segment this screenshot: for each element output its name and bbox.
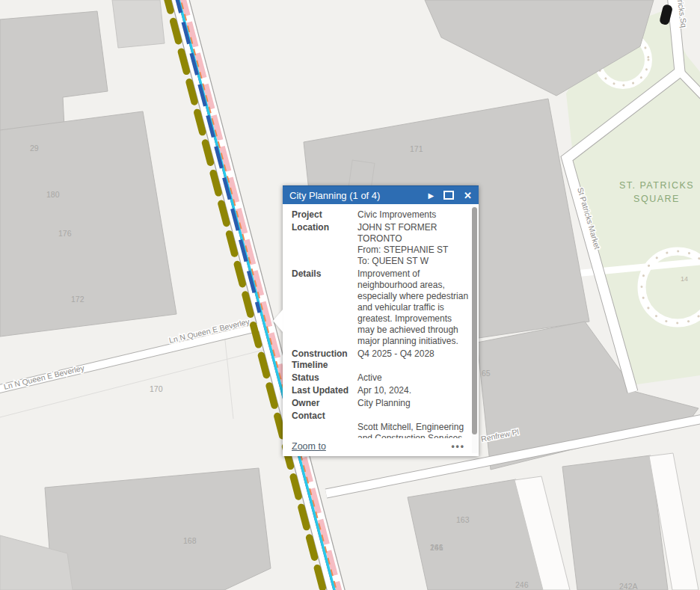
field-row-construction-timeline: Construction Timeline Q4 2025 - Q4 2028 bbox=[292, 348, 470, 371]
field-label: Status bbox=[292, 372, 357, 384]
field-row-location: Location JOHN ST FORMER TORONTO From: ST… bbox=[292, 222, 470, 267]
field-value: Civic Improvements bbox=[357, 209, 470, 221]
field-label: Owner bbox=[292, 398, 357, 409]
field-label: Last Updated bbox=[292, 385, 357, 396]
field-value: City Planning bbox=[357, 398, 470, 409]
maximize-button[interactable] bbox=[443, 191, 454, 200]
park-name-line2: SQUARE bbox=[633, 194, 680, 204]
building bbox=[562, 455, 668, 590]
field-value: Scott Mitchell, Engineering and Construc… bbox=[357, 411, 470, 438]
popup-body: Project Civic Improvements Location JOHN… bbox=[283, 204, 472, 438]
popup-scrollbar-track[interactable] bbox=[472, 206, 478, 453]
field-row-details: Details Improvement of neighbourhood are… bbox=[292, 268, 470, 347]
field-row-owner: Owner City Planning bbox=[292, 398, 470, 409]
field-row-last-updated: Last Updated Apr 10, 2024. bbox=[292, 385, 470, 396]
next-feature-button[interactable]: ▶ bbox=[428, 191, 434, 200]
field-label: Construction Timeline bbox=[292, 348, 357, 371]
field-row-status: Status Active bbox=[292, 372, 470, 384]
parcel-number: 172 bbox=[71, 295, 85, 304]
building bbox=[45, 468, 271, 590]
popup-title: City Planning (1 of 4) bbox=[289, 190, 418, 201]
field-row-project: Project Civic Improvements bbox=[292, 209, 470, 221]
map-canvas[interactable]: Ln N Queen E Beverley Ln N Queen E Bever… bbox=[0, 0, 700, 590]
parcel-number: 29 bbox=[30, 144, 39, 153]
parcel-number-161: 161 bbox=[430, 543, 443, 552]
parcel-number: 246 bbox=[515, 580, 529, 589]
building bbox=[112, 0, 165, 48]
field-value: JOHN ST FORMER TORONTO From: STEPHANIE S… bbox=[357, 222, 470, 267]
park-path-number: 14 bbox=[681, 275, 688, 283]
parcel-number: 242A bbox=[619, 582, 638, 590]
parcel-number: 170 bbox=[150, 384, 163, 393]
park-name-line1: ST. PATRICKS bbox=[619, 180, 694, 191]
field-value: Improvement of neighbourhood areas, espe… bbox=[357, 268, 470, 347]
parcel-number: 168 bbox=[183, 536, 197, 545]
popup-header: City Planning (1 of 4) ▶ ✕ bbox=[283, 185, 479, 204]
contact-name: Scott Mitchell, Engineering and Construc… bbox=[357, 422, 464, 438]
parcel-number: 163 bbox=[456, 515, 470, 524]
more-options-button[interactable]: ••• bbox=[451, 444, 465, 449]
parcel-number: 171 bbox=[410, 144, 423, 153]
field-value: Q4 2025 - Q4 2028 bbox=[357, 348, 470, 371]
close-button[interactable]: ✕ bbox=[464, 190, 472, 201]
popup-tail bbox=[273, 310, 283, 332]
zoom-to-link[interactable]: Zoom to bbox=[292, 441, 326, 452]
popup-footer: Zoom to ••• bbox=[292, 440, 465, 452]
maximize-icon bbox=[443, 191, 454, 200]
popup-scrollbar-thumb[interactable] bbox=[472, 207, 477, 434]
parcel-number: 176 bbox=[58, 229, 72, 238]
field-label: Contact bbox=[292, 411, 357, 438]
field-label: Location bbox=[292, 222, 357, 267]
field-label: Details bbox=[292, 268, 357, 347]
field-label: Project bbox=[292, 209, 357, 221]
parcel-number: 65 bbox=[482, 369, 491, 378]
parcel-number: 180 bbox=[46, 190, 60, 199]
field-value: Active bbox=[357, 372, 470, 384]
popup-window: City Planning (1 of 4) ▶ ✕ Project Civic… bbox=[283, 185, 479, 456]
field-value: Apr 10, 2024. bbox=[357, 385, 470, 396]
field-row-contact: Contact Scott Mitchell, Engineering and … bbox=[292, 411, 470, 438]
